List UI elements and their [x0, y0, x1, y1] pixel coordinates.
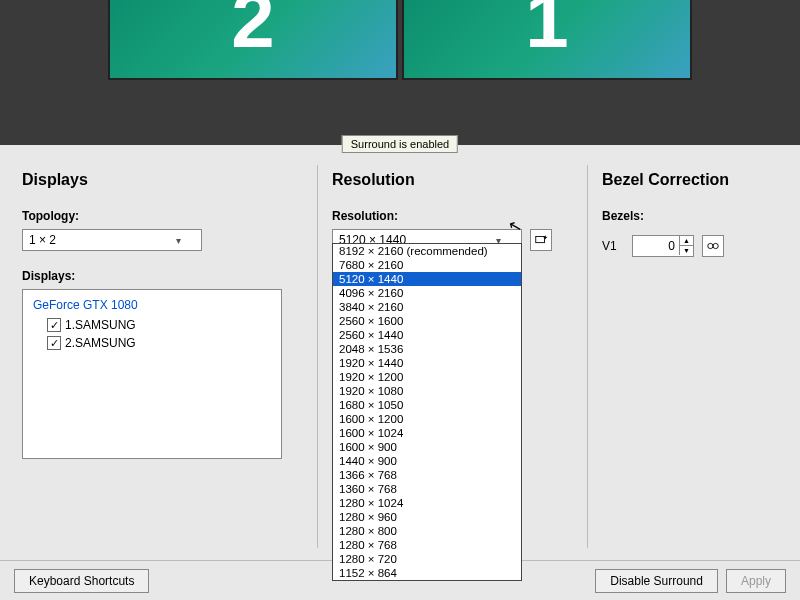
display-item-label: 1.SAMSUNG [65, 318, 136, 332]
resolution-option[interactable]: 1440 × 900 [333, 454, 521, 468]
resolution-option[interactable]: 1600 × 1024 [333, 426, 521, 440]
resolution-option[interactable]: 2560 × 1440 [333, 328, 521, 342]
svg-point-4 [713, 243, 718, 248]
resolution-option[interactable]: 1600 × 1200 [333, 412, 521, 426]
bezel-v1-input[interactable] [633, 236, 679, 256]
displays-list-label: Displays: [22, 269, 303, 283]
add-monitor-icon [534, 233, 548, 247]
resolution-option[interactable]: 2560 × 1600 [333, 314, 521, 328]
resolution-option[interactable]: 1152 × 864 [333, 566, 521, 580]
monitor-group: 2 1 [108, 0, 692, 80]
disable-surround-button[interactable]: Disable Surround [595, 569, 718, 593]
add-custom-resolution-button[interactable] [530, 229, 552, 251]
resolution-option[interactable]: 4096 × 2160 [333, 286, 521, 300]
monitor-2[interactable]: 2 [108, 0, 398, 80]
resolution-option[interactable]: 1280 × 800 [333, 524, 521, 538]
checkbox-checked-icon[interactable]: ✓ [47, 318, 61, 332]
resolution-panel: Resolution Resolution: 5120 × 1440 ▾ ↖ 8… [318, 165, 588, 548]
resolution-option[interactable]: 2048 × 1536 [333, 342, 521, 356]
monitor-1[interactable]: 1 [402, 0, 692, 80]
gpu-name: GeForce GTX 1080 [33, 298, 271, 312]
bezel-v1-spinner[interactable]: ▲ ▼ [632, 235, 694, 257]
display-item-1[interactable]: ✓ 1.SAMSUNG [47, 318, 271, 332]
bezel-link-button[interactable] [702, 235, 724, 257]
resolution-option[interactable]: 1920 × 1200 [333, 370, 521, 384]
resolution-label: Resolution: [332, 209, 573, 223]
surround-enabled-tooltip: Surround is enabled [342, 135, 458, 153]
resolution-option[interactable]: 1920 × 1440 [333, 356, 521, 370]
bezel-correction-panel: Bezel Correction Bezels: V1 ▲ ▼ [588, 165, 792, 548]
topology-select[interactable]: 1 × 2 ▾ [22, 229, 202, 251]
spinner-up-icon[interactable]: ▲ [679, 236, 693, 246]
resolution-option[interactable]: 1280 × 960 [333, 510, 521, 524]
resolution-option[interactable]: 1680 × 1050 [333, 398, 521, 412]
bezel-v1-label: V1 [602, 239, 624, 253]
resolution-option[interactable]: 7680 × 2160 [333, 258, 521, 272]
checkbox-checked-icon[interactable]: ✓ [47, 336, 61, 350]
resolution-option[interactable]: 3840 × 2160 [333, 300, 521, 314]
svg-rect-0 [536, 237, 545, 243]
bezel-panel-title: Bezel Correction [602, 171, 778, 189]
keyboard-shortcuts-button[interactable]: Keyboard Shortcuts [14, 569, 149, 593]
config-panels: Displays Topology: 1 × 2 ▾ Displays: GeF… [0, 145, 800, 560]
display-item-label: 2.SAMSUNG [65, 336, 136, 350]
resolution-panel-title: Resolution [332, 171, 573, 189]
svg-point-3 [708, 243, 713, 248]
nvidia-surround-setup: 2 1 Surround is enabled Displays Topolog… [0, 0, 800, 600]
chevron-down-icon: ▾ [176, 235, 181, 246]
resolution-option[interactable]: 5120 × 1440 [333, 272, 521, 286]
resolution-option[interactable]: 1280 × 768 [333, 538, 521, 552]
resolution-dropdown-list[interactable]: 8192 × 2160 (recommended)7680 × 21605120… [332, 243, 522, 581]
topology-label: Topology: [22, 209, 303, 223]
resolution-option[interactable]: 1280 × 720 [333, 552, 521, 566]
resolution-option[interactable]: 8192 × 2160 (recommended) [333, 244, 521, 258]
apply-button[interactable]: Apply [726, 569, 786, 593]
link-icon [706, 239, 720, 253]
resolution-option[interactable]: 1360 × 768 [333, 482, 521, 496]
resolution-option[interactable]: 1920 × 1080 [333, 384, 521, 398]
monitor-preview-area: 2 1 Surround is enabled [0, 0, 800, 145]
displays-panel-title: Displays [22, 171, 303, 189]
resolution-option[interactable]: 1366 × 768 [333, 468, 521, 482]
spinner-down-icon[interactable]: ▼ [679, 246, 693, 255]
bezels-label: Bezels: [602, 209, 778, 223]
resolution-option[interactable]: 1280 × 1024 [333, 496, 521, 510]
topology-selected-value: 1 × 2 [29, 233, 56, 247]
display-item-2[interactable]: ✓ 2.SAMSUNG [47, 336, 271, 350]
displays-panel: Displays Topology: 1 × 2 ▾ Displays: GeF… [8, 165, 318, 548]
displays-list: GeForce GTX 1080 ✓ 1.SAMSUNG ✓ 2.SAMSUNG [22, 289, 282, 459]
resolution-option[interactable]: 1600 × 900 [333, 440, 521, 454]
